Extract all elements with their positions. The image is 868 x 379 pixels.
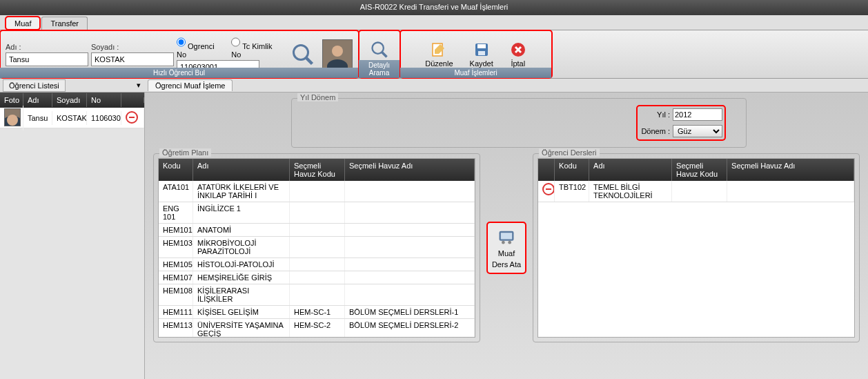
detail-title: Detaylı Arama — [359, 60, 400, 78]
th-havuz-kodu[interactable]: Seçmeli Havuz Kodu — [672, 159, 727, 181]
list-header-bar: Öğrenci Listesi ▾ — [0, 79, 145, 93]
cancel-icon — [510, 41, 526, 58]
ops-group: Düzenle Kaydet İptal Muaf İşlemleri — [400, 30, 552, 78]
student-photo-thumb — [4, 108, 21, 126]
edit-button[interactable]: Düzenle — [421, 41, 457, 68]
th-kodu[interactable]: Kodu — [555, 159, 589, 181]
svg-rect-7 — [478, 51, 485, 55]
assign-label-1: Muaf — [498, 249, 515, 257]
th-remove — [538, 159, 555, 181]
student-list-panel: Foto Adı Soyadı No Tansu KOSTAK 1106030 — [0, 93, 145, 379]
soyadi-input[interactable] — [91, 52, 174, 66]
svg-line-1 — [306, 57, 313, 64]
save-label: Kaydet — [470, 59, 493, 68]
tab-transfer[interactable]: Transfer — [41, 17, 88, 30]
main-panel: Yıl Dönem Yıl : Dönem : Güz Öğretim Plan… — [145, 93, 868, 379]
cancel-label: İptal — [511, 59, 525, 68]
chevron-down-icon[interactable]: ▾ — [137, 81, 145, 90]
svg-point-12 — [508, 241, 511, 244]
courses-fieldset: Öğrenci Dersleri Kodu Adı Seçmeli Havuz … — [533, 153, 860, 342]
assign-label-2: Ders Ata — [492, 260, 521, 269]
table-row[interactable]: HEM105HİSTOLOJİ-PATOLOJİ — [159, 258, 475, 271]
table-row[interactable]: HEM103MİKROBİYOLOJİ PARAZİTOLOJİ — [159, 237, 475, 258]
plan-fieldset: Öğretim Planı Kodu Adı Seçmeli Havuz Kod… — [153, 153, 480, 342]
th-kodu[interactable]: Kodu — [159, 159, 193, 181]
quick-find-title: Hızlı Öğrenci Bul — [0, 68, 358, 78]
table-row[interactable]: ATA101ATATÜRK İLKELERİ VE İNKILAP TARİHİ… — [159, 181, 475, 202]
edit-label: Düzenle — [425, 59, 453, 68]
col-adi[interactable]: Adı — [23, 93, 52, 107]
svg-line-3 — [382, 52, 386, 57]
courses-title: Öğrenci Dersleri — [539, 148, 599, 157]
table-row[interactable]: HEM113ÜNİVERSİTE YAŞAMINA GEÇİŞHEM-SC-2B… — [159, 319, 475, 338]
adi-input[interactable] — [6, 52, 88, 66]
th-havuz-adi[interactable]: Seçmeli Havuz Adı — [727, 159, 854, 181]
svg-rect-10 — [501, 233, 512, 239]
svg-point-2 — [372, 42, 383, 53]
yil-donem-fieldset: Yıl Dönem Yıl : Dönem : Güz — [291, 98, 747, 148]
magnifier-icon — [290, 42, 315, 67]
col-soyadi[interactable]: Soyadı — [52, 93, 87, 107]
tables-row: Öğretim Planı Kodu Adı Seçmeli Havuz Kod… — [153, 153, 860, 348]
tab-muaf[interactable]: Muaf — [6, 17, 40, 30]
svg-point-0 — [294, 45, 308, 59]
edit-icon — [431, 41, 447, 58]
col-no[interactable]: No — [87, 93, 121, 107]
quick-find-group: Adı : Soyadı : Ogrenci No Tc Kimlik No H… — [0, 30, 359, 78]
window-title: AIS-R0022 Kredi Transferi ve Muaf İşleml… — [0, 0, 868, 15]
courses-table[interactable]: Kodu Adı Seçmeli Havuz Kodu Seçmeli Havu… — [537, 158, 855, 338]
yil-input[interactable] — [673, 108, 722, 121]
th-havuz-adi[interactable]: Seçmeli Havuz Adı — [345, 159, 475, 181]
quick-search-button[interactable] — [286, 42, 319, 67]
donem-label: Dönem : — [640, 127, 670, 135]
list-row[interactable]: Tansu KOSTAK 1106030 — [0, 108, 144, 128]
th-havuz-kodu[interactable]: Seçmeli Havuz Kodu — [290, 159, 345, 181]
yil-donem-title: Yıl Dönem — [297, 93, 338, 101]
table-row[interactable]: TBT102TEMEL BİLGİ TEKNOLOJİLERİ — [538, 181, 854, 202]
th-adi[interactable]: Adı — [193, 159, 290, 181]
plan-table[interactable]: Kodu Adı Seçmeli Havuz Kodu Seçmeli Havu… — [158, 158, 475, 338]
row-adi: Tansu — [23, 111, 52, 125]
ops-title: Muaf İşlemleri — [400, 68, 551, 78]
donem-select[interactable]: Güz — [673, 125, 722, 137]
radio-tc-kimlik[interactable]: Tc Kimlik No — [231, 35, 284, 59]
toolbar: Adı : Soyadı : Ogrenci No Tc Kimlik No H… — [0, 30, 868, 79]
save-icon — [473, 41, 490, 58]
list-title: Öğrenci Listesi — [3, 79, 66, 92]
main-tabbar: Muaf Transfer — [0, 15, 868, 30]
svg-rect-6 — [477, 44, 486, 48]
remove-button[interactable] — [542, 183, 555, 195]
table-row[interactable]: ENG 101İNGİLİZCE 1 — [159, 202, 475, 224]
content-area: Foto Adı Soyadı No Tansu KOSTAK 1106030 … — [0, 93, 868, 379]
soyadi-label: Soyadı : — [91, 43, 174, 51]
table-row[interactable]: HEM107HEMŞİRELİĞE GİRİŞ — [159, 271, 475, 284]
col-action — [121, 97, 144, 103]
svg-point-11 — [502, 241, 505, 244]
table-row[interactable]: HEM108KİŞİLERARASI İLİŞKİLER — [159, 284, 475, 306]
magnifier-icon — [370, 40, 389, 59]
assign-button[interactable]: Muaf Ders Ata — [487, 222, 526, 273]
row-no: 1106030 — [87, 111, 121, 125]
radio-ogrenci-no[interactable]: Ogrenci No — [177, 35, 226, 59]
adi-label: Adı : — [6, 43, 88, 51]
table-row[interactable]: HEM101ANATOMİ — [159, 224, 475, 237]
save-button[interactable]: Kaydet — [466, 41, 497, 68]
yil-label: Yıl : — [640, 110, 670, 119]
detail-search-group: Ara Detaylı Arama — [359, 30, 400, 78]
table-row[interactable]: HEM111KİŞİSEL GELİŞİMHEM-SC-1BÖLÜM SEÇME… — [159, 306, 475, 319]
row-soyadi: KOSTAK — [52, 111, 87, 125]
remove-button[interactable] — [126, 111, 138, 124]
plan-title: Öğretim Planı — [159, 148, 211, 157]
th-adi[interactable]: Adı — [589, 159, 672, 181]
assign-icon — [497, 227, 516, 246]
cancel-button[interactable]: İptal — [506, 41, 531, 68]
sub-tabbar: Ögrenci Muaf İşleme — [145, 79, 868, 93]
student-photo — [322, 39, 353, 70]
subtab-islem[interactable]: Ögrenci Muaf İşleme — [148, 79, 233, 91]
